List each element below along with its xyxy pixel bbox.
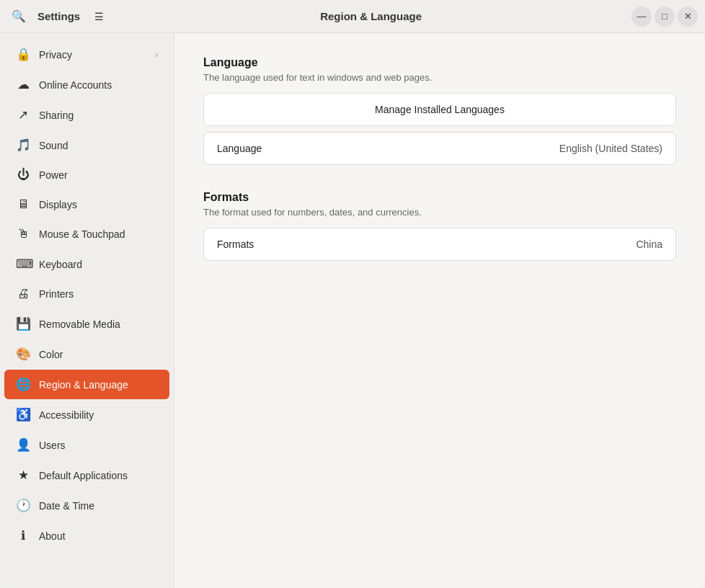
removable-media-icon: 💾: [16, 316, 30, 331]
sidebar-item-sound[interactable]: 🎵 Sound: [4, 130, 169, 160]
sound-icon: 🎵: [16, 138, 30, 153]
sidebar-item-label: Users: [39, 440, 158, 451]
sidebar-item-label: About: [39, 530, 158, 542]
formats-row[interactable]: Formats China: [204, 228, 675, 260]
sidebar-item-label: Date & Time: [39, 500, 158, 512]
sidebar-item-mouse-touchpad[interactable]: 🖱 Mouse & Touchpad: [4, 220, 169, 249]
formats-row-value: China: [636, 239, 662, 250]
printers-icon: 🖨: [16, 287, 30, 301]
date-time-icon: 🕐: [16, 498, 30, 513]
formats-section-subtitle: The format used for numbers, dates, and …: [203, 207, 676, 218]
formats-section: Formats The format used for numbers, dat…: [203, 191, 676, 261]
body: 🔒 Privacy › ☁ Online Accounts ↗ Sharing …: [0, 33, 705, 588]
privacy-icon: 🔒: [16, 47, 30, 62]
sidebar-item-privacy[interactable]: 🔒 Privacy ›: [4, 40, 169, 69]
formats-row-label: Formats: [217, 239, 254, 250]
sidebar-item-region-language[interactable]: 🌐 Region & Language: [4, 370, 169, 399]
menu-button[interactable]: ☰: [87, 5, 110, 28]
arrow-icon: ›: [155, 50, 158, 60]
search-icon: 🔍: [12, 9, 26, 23]
default-applications-icon: ★: [16, 468, 30, 483]
sidebar-item-label: Sharing: [39, 110, 158, 121]
displays-icon: 🖥: [16, 197, 30, 212]
formats-row-container: Formats China: [203, 228, 676, 261]
titlebar: 🔍 Settings ☰ Region & Language — □ ✕: [0, 0, 705, 33]
window-controls: — □ ✕: [631, 6, 698, 27]
sidebar-item-power[interactable]: ⏻ Power: [4, 161, 169, 190]
sidebar-item-sharing[interactable]: ↗ Sharing: [4, 100, 169, 130]
keyboard-icon: ⌨: [16, 257, 30, 272]
sidebar: 🔒 Privacy › ☁ Online Accounts ↗ Sharing …: [0, 33, 174, 588]
main-content: Language The language used for text in w…: [174, 33, 705, 588]
sidebar-item-label: Default Applications: [39, 470, 158, 481]
sidebar-item-label: Region & Language: [39, 379, 158, 391]
page-title: Region & Language: [110, 10, 631, 22]
minimize-button[interactable]: —: [631, 6, 652, 27]
app-title: Settings: [37, 10, 80, 22]
sidebar-item-label: Printers: [39, 288, 158, 300]
menu-icon: ☰: [94, 11, 104, 22]
sidebar-item-keyboard[interactable]: ⌨ Keyboard: [4, 249, 169, 279]
power-icon: ⏻: [16, 168, 30, 182]
maximize-button[interactable]: □: [655, 6, 675, 27]
language-row-label: Language: [217, 143, 262, 154]
online-accounts-icon: ☁: [16, 77, 30, 92]
sidebar-item-label: Color: [39, 349, 158, 360]
titlebar-left: 🔍 Settings ☰: [7, 5, 110, 28]
search-button[interactable]: 🔍: [7, 5, 30, 28]
color-icon: 🎨: [16, 347, 30, 362]
sidebar-item-about[interactable]: ℹ About: [4, 521, 169, 551]
sidebar-item-label: Sound: [39, 140, 158, 151]
users-icon: 👤: [16, 437, 30, 453]
mouse-touchpad-icon: 🖱: [16, 227, 30, 241]
language-row-value: English (United States): [559, 143, 662, 154]
language-section: Language The language used for text in w…: [203, 56, 676, 165]
language-section-subtitle: The language used for text in windows an…: [203, 72, 676, 83]
sidebar-item-label: Accessibility: [39, 409, 158, 421]
sidebar-item-label: Mouse & Touchpad: [39, 228, 158, 240]
sidebar-item-removable-media[interactable]: 💾 Removable Media: [4, 309, 169, 339]
app-window: 🔍 Settings ☰ Region & Language — □ ✕ 🔒 P…: [0, 0, 705, 588]
accessibility-icon: ♿: [16, 407, 30, 422]
sidebar-item-label: Displays: [39, 199, 158, 210]
language-row-container: Language English (United States): [203, 132, 676, 165]
sidebar-item-label: Power: [39, 169, 158, 181]
sidebar-item-date-time[interactable]: 🕐 Date & Time: [4, 491, 169, 520]
language-section-title: Language: [203, 56, 676, 69]
region-language-icon: 🌐: [16, 377, 30, 392]
sidebar-item-printers[interactable]: 🖨 Printers: [4, 280, 169, 308]
formats-section-title: Formats: [203, 191, 676, 204]
sidebar-item-default-applications[interactable]: ★ Default Applications: [4, 460, 169, 490]
sidebar-item-online-accounts[interactable]: ☁ Online Accounts: [4, 70, 169, 99]
sidebar-item-label: Keyboard: [39, 259, 158, 270]
sidebar-item-color[interactable]: 🎨 Color: [4, 339, 169, 369]
close-button[interactable]: ✕: [678, 6, 698, 27]
sidebar-item-users[interactable]: 👤 Users: [4, 430, 169, 460]
sidebar-item-label: Privacy: [39, 49, 146, 61]
minimize-icon: —: [637, 11, 647, 22]
about-icon: ℹ: [16, 528, 30, 543]
sidebar-item-accessibility[interactable]: ♿ Accessibility: [4, 400, 169, 429]
manage-languages-button[interactable]: Manage Installed Languages: [203, 93, 676, 126]
sidebar-item-label: Removable Media: [39, 318, 158, 330]
close-icon: ✕: [684, 11, 692, 22]
sidebar-item-displays[interactable]: 🖥 Displays: [4, 190, 169, 219]
sidebar-item-label: Online Accounts: [39, 79, 158, 91]
maximize-icon: □: [662, 11, 668, 22]
language-row[interactable]: Language English (United States): [204, 133, 675, 164]
sharing-icon: ↗: [16, 107, 30, 122]
